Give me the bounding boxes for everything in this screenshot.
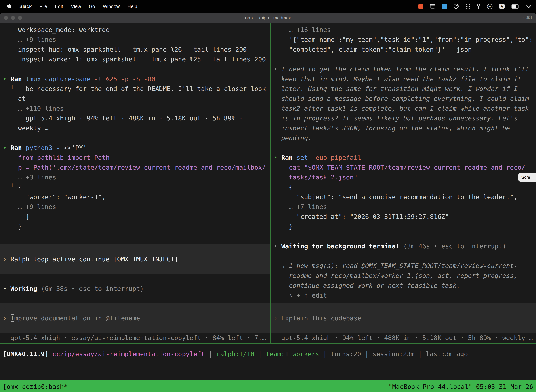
menu-item-help[interactable]: Help <box>128 4 137 9</box>
terminal-line: … +3 lines <box>0 173 270 182</box>
terminal-line <box>0 303 270 313</box>
terminal-line: • Waiting for background terminal (3m 46… <box>271 241 536 251</box>
dots-grid-icon[interactable] <box>465 4 471 9</box>
terminal-line: └ { <box>0 182 270 192</box>
tmux-pane-left[interactable]: workspace_mode: worktree … +9 lines insp… <box>0 23 270 343</box>
terminal-line: … +110 lines <box>0 104 270 113</box>
terminal-line: gpt-5.4 xhigh · essay/ai-reimplementatio… <box>0 333 270 343</box>
terminal-line: … +9 lines <box>0 35 270 45</box>
spacer <box>0 274 270 284</box>
composer-input[interactable]: › Explain this codebase <box>271 303 536 333</box>
model-status-line: gpt-5.4 xhigh · 94% left · 488K in · 5.1… <box>271 333 536 343</box>
terminal-line: • Ran python3 - <<'PY' <box>0 143 270 153</box>
terminal-line: keep that in mind. Maybe I also need the… <box>271 74 536 84</box>
terminal-line: tasks/task-2.json" <box>271 173 536 182</box>
table-icon[interactable] <box>430 4 436 9</box>
blue-app-icon[interactable] <box>442 4 447 9</box>
terminal-line: • Ran tmux capture-pane -t %25 -p -S -80 <box>0 74 270 84</box>
apple-menu-icon[interactable] <box>7 3 12 10</box>
spiral-app-icon[interactable] <box>453 4 459 9</box>
terminal-line: task2 after task1 is complete, but can I… <box>271 104 536 113</box>
terminal-line <box>271 323 536 333</box>
terminal-line: inspect_worker-1: omx sparkshell --tmux-… <box>0 54 270 64</box>
terminal-line: • Ran set -euo pipefail <box>271 153 536 163</box>
terminal-line: › Ralph loop active continue [OMX_TMUX_I… <box>0 254 270 264</box>
terminal-line: • Working (6m 38s • esc to interrupt) <box>0 284 270 294</box>
window-title: omx --xhigh --madmax <box>0 15 536 20</box>
menu-item-view[interactable]: View <box>71 4 81 9</box>
omx-status-line: [OMX#0.11.9] cczip/essay/ai-reimplementa… <box>0 349 536 359</box>
menu-item-window[interactable]: Window <box>103 4 120 9</box>
model-status-line: gpt-5.4 xhigh · essay/ai-reimplementatio… <box>0 333 270 343</box>
terminal-line: is in progress? It seems likely but perh… <box>271 113 536 123</box>
spacer <box>0 294 270 303</box>
terminal-line: └ { <box>271 182 536 192</box>
terminal-line: ] <box>0 212 270 222</box>
battery-gauge-icon[interactable]: 61 <box>487 3 493 9</box>
tmux-session-label: [omx-cczip0:bash* <box>3 383 67 390</box>
terminal-line: workspace_mode: worktree <box>0 25 270 35</box>
terminal-line: should send a message before completing … <box>271 94 536 104</box>
terminal-line <box>271 54 536 64</box>
tmux-host-clock: "MacBook-Pro-44.local" 05:03 31-Mar-26 <box>388 383 533 390</box>
terminal-line: … +16 lines <box>271 25 536 35</box>
terminal-line: cat "$OMX_TEAM_STATE_ROOT/team/review-cu… <box>271 163 536 173</box>
terminal-line: › Explain this codebase <box>271 313 536 323</box>
terminal-line: inspect task2's JSON, focusing on the st… <box>271 123 536 133</box>
terminal-line: from pathlib import Path <box>0 153 270 163</box>
terminal-line <box>0 264 270 274</box>
tmux-panes: workspace_mode: worktree … +9 lines insp… <box>0 23 536 343</box>
battery-icon[interactable] <box>511 4 519 9</box>
terminal-line: • I need to get the claim token from the… <box>271 64 536 74</box>
terminal-line: [OMX#0.11.9] cczip/essay/ai-reimplementa… <box>0 349 536 359</box>
terminal-line: "completed","claim_token":"claim-token"}… <box>271 45 536 54</box>
terminal-line: ⌥ + ↑ edit <box>271 290 536 300</box>
terminal-line: … +9 lines <box>0 202 270 212</box>
screen-recording-indicator-icon[interactable] <box>418 4 423 9</box>
key-icon[interactable] <box>477 4 480 9</box>
terminal-line: "worker": "worker-1", <box>0 192 270 202</box>
terminal-line: pending. <box>271 133 536 143</box>
omx-status-pane: [OMX#0.11.9] cczip/essay/ai-reimplementa… <box>0 343 536 380</box>
terminal-line: ↳ 1 new msg(s): read $OMX_TEAM_STATE_ROO… <box>271 261 536 271</box>
tooltip: Scre <box>518 173 536 182</box>
terminal-line: gpt-5.4 xhigh · 94% left · 488K in · 5.1… <box>271 333 536 343</box>
input-source-icon[interactable]: A <box>499 4 505 9</box>
terminal-line: later. Using the same for transition mig… <box>271 84 536 94</box>
tooltip-text: Scre <box>521 175 530 180</box>
composer-input[interactable]: › Improve documentation in @filename <box>0 303 270 333</box>
terminal-line: } <box>0 222 270 232</box>
menu-item-go[interactable]: Go <box>89 4 95 9</box>
terminal-line <box>0 244 270 254</box>
menu-bar-left: Slack File Edit View Go Window Help <box>0 3 137 10</box>
terminal-line <box>271 303 536 313</box>
svg-text:A: A <box>501 5 503 8</box>
terminal-line <box>0 133 270 143</box>
terminal-line: "created_at": "2026-03-31T11:59:27.816Z" <box>271 212 536 222</box>
terminal-window: omx --xhigh --madmax ⌥⌘1 workspace_mode:… <box>0 13 536 392</box>
wifi-icon[interactable] <box>526 4 532 9</box>
terminal-line: '{"team_name":"my-team","task_id":"1","f… <box>271 35 536 45</box>
terminal-line: at <box>0 94 270 104</box>
terminal-line: } <box>271 222 536 232</box>
menu-bar-status: 61 A <box>418 3 536 9</box>
terminal-line: weekly … <box>0 123 270 133</box>
terminal-line <box>0 64 270 74</box>
terminal-line: p = Path('.omx/state/team/review-current… <box>0 163 270 173</box>
screen: Slack File Edit View Go Window Help <box>0 0 536 392</box>
terminal-line <box>0 323 270 333</box>
terminal-line <box>271 143 536 153</box>
menu-item-edit[interactable]: Edit <box>55 4 63 9</box>
menu-item-file[interactable]: File <box>40 4 47 9</box>
terminal-line: inspect_hud: omx sparkshell --tmux-pane … <box>0 45 270 54</box>
working-status: • Working (6m 38s • esc to interrupt) <box>0 284 270 294</box>
tmux-pane-right[interactable]: … +16 lines '{"team_name":"my-team","tas… <box>271 23 536 343</box>
terminal-line <box>271 232 536 241</box>
terminal-line <box>271 251 536 261</box>
terminal-line: └ be necessary for the end of the README… <box>0 84 270 94</box>
menu-item-app[interactable]: Slack <box>19 4 32 9</box>
terminal-line: … +7 lines <box>271 202 536 212</box>
title-bar[interactable]: omx --xhigh --madmax ⌥⌘1 <box>0 13 536 23</box>
terminal-line: continue assigned work or next feasible … <box>271 281 536 290</box>
menu-bar: Slack File Edit View Go Window Help <box>0 0 536 13</box>
